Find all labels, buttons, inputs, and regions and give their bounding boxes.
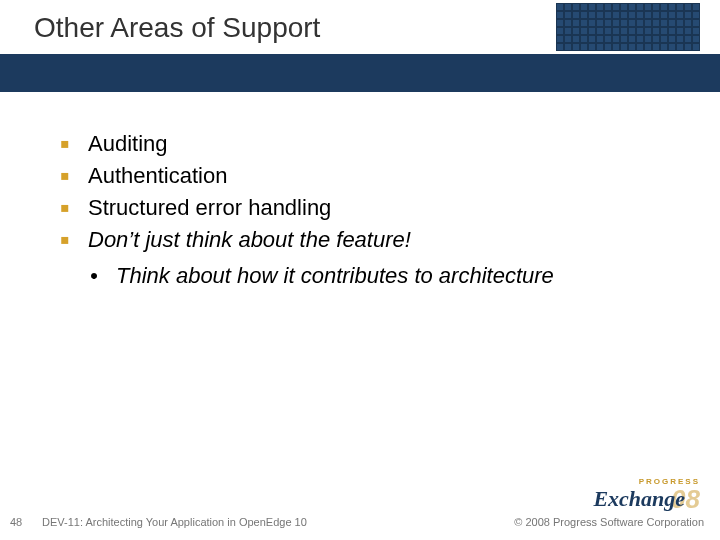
bullet-item: Authentication bbox=[60, 160, 660, 192]
content-area: Auditing Authentication Structured error… bbox=[60, 128, 660, 291]
header-dot-grid bbox=[556, 3, 700, 51]
bullet-item: Structured error handling bbox=[60, 192, 660, 224]
session-title: DEV-11: Architecting Your Application in… bbox=[42, 516, 307, 528]
copyright: © 2008 Progress Software Corporation bbox=[514, 516, 704, 528]
bullet-list: Auditing Authentication Structured error… bbox=[60, 128, 660, 256]
slide-title: Other Areas of Support bbox=[34, 12, 320, 44]
sub-bullet-list: Think about how it contributes to archit… bbox=[60, 260, 660, 292]
slide-number: 48 bbox=[10, 516, 22, 528]
sub-bullet-item: Think about how it contributes to archit… bbox=[90, 260, 660, 292]
footer: 48 DEV-11: Architecting Your Application… bbox=[0, 496, 720, 540]
bullet-item: Don’t just think about the feature! bbox=[60, 224, 660, 256]
bullet-item: Auditing bbox=[60, 128, 660, 160]
